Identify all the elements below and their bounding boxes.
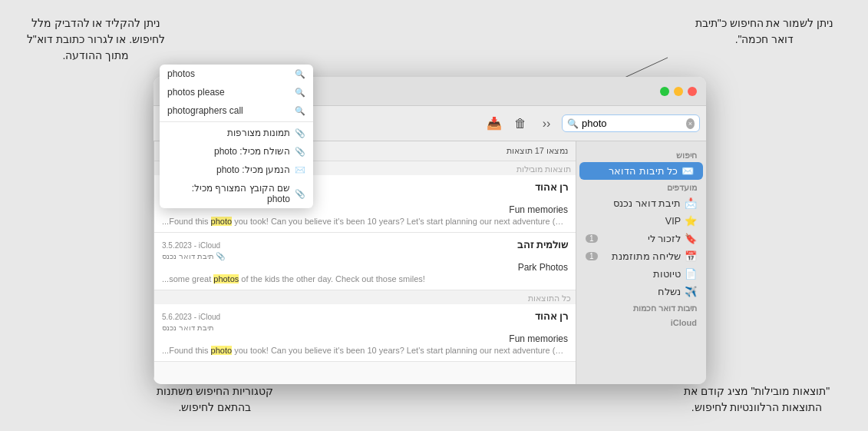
minimize-button[interactable] <box>674 87 683 96</box>
dropdown-item-text: photographers call <box>167 105 290 116</box>
dropdown-item-attachments[interactable]: תמונות מצורפות 📎 <box>160 124 313 142</box>
sidebar-item-to-me[interactable]: 🔖 לזכור לי 1 <box>576 230 706 247</box>
sidebar-item-inbox[interactable]: 📩 תיבת דואר נכנס <box>576 194 706 212</box>
inbox-icon: 📩 <box>685 197 697 209</box>
attachment-icon: 📎 <box>295 128 305 138</box>
message-subject: Park Photos <box>162 262 568 273</box>
sidebar-section-smart: תיבות דואר חכמות <box>576 300 706 315</box>
sidebar-item-label: תיבת דואר נכנס <box>613 197 681 209</box>
message-mailbox: תיבת דואר נכנס <box>162 323 568 332</box>
attachment-icon: 📎 <box>295 147 305 157</box>
annotation-bottom-right-text: "תוצאות מובילות" מציג קודם את התוצאות הר… <box>684 385 830 413</box>
vip-icon: ⭐ <box>685 215 697 227</box>
close-button[interactable] <box>688 87 697 96</box>
message-item[interactable]: רן אהוד 5.6.2023 - iCloud תיבת דואר נכנס… <box>154 304 576 362</box>
message-date-source: 5.6.2023 - iCloud <box>162 313 220 321</box>
sidebar-item-drafts[interactable]: 📄 טיוטות <box>576 265 706 283</box>
message-sender: רן אהוד <box>535 181 568 193</box>
section-all-results: כל התוצאות <box>154 290 576 304</box>
sidebar-item-label: לזכור לי <box>648 233 681 244</box>
sent-icon: ✈️ <box>685 286 697 297</box>
sidebar-item-all-mailboxes[interactable]: ✉️ כל תיבות הדואר <box>579 162 703 180</box>
search-dropdown[interactable]: photos 🔍 photos please 🔍 photographers c… <box>160 65 313 208</box>
search-icon: 🔍 <box>567 118 579 129</box>
dropdown-item-photos[interactable]: photos 🔍 <box>160 65 313 83</box>
dropdown-item-text: הנמען מכיל: photo <box>167 164 290 175</box>
dropdown-divider <box>160 121 313 122</box>
search-result-icon: 🔍 <box>295 106 305 116</box>
sidebar-item-label: VIP <box>665 216 681 227</box>
search-box[interactable]: × 🔍 <box>562 114 700 132</box>
envelope-icon: ✉️ <box>295 165 305 175</box>
sidebar-item-label: נשלח <box>658 286 681 297</box>
message-preview: ...Found this photo you took! Can you be… <box>162 217 568 226</box>
search-result-icon: 🔍 <box>295 88 305 98</box>
message-item-header: רן אהוד 5.6.2023 - iCloud <box>162 310 568 322</box>
annotation-top-left: ניתן להקליד או להדביק מלל לחיפוש. או לגר… <box>15 15 177 64</box>
message-item-header: שולמית זהב 3.5.2023 - iCloud <box>162 239 568 250</box>
sidebar-item-label: שליחה מתוזמנת <box>612 250 681 262</box>
dropdown-item-photographers-call[interactable]: photographers call 🔍 <box>160 101 313 120</box>
bookmark-icon: 🔖 <box>685 233 697 244</box>
dropdown-item-text: שם הקובץ המצורף מכיל: photo <box>167 183 290 204</box>
archive-button[interactable]: 📥 <box>484 113 505 134</box>
sidebar-item-sent[interactable]: ✈️ נשלח <box>576 283 706 300</box>
clear-search-button[interactable]: × <box>686 118 695 129</box>
scheduled-icon: 📅 <box>685 250 697 262</box>
sidebar-section-favorites: מועדפים <box>576 180 706 194</box>
message-item[interactable]: שולמית זהב 3.5.2023 - iCloud 📎 תיבת דואר… <box>154 233 576 290</box>
dropdown-item-sender[interactable]: השולח מכיל: photo 📎 <box>160 142 313 161</box>
annotation-top-right-text: ניתן לשמור את החיפוש כ"תיבת דואר חכמה". <box>695 17 834 45</box>
message-preview: ...Found this photo you took! Can you be… <box>162 346 568 355</box>
message-date-source: 3.5.2023 - iCloud <box>162 241 220 250</box>
sidebar: חיפוש ✉️ כל תיבות הדואר מועדפים 📩 תיבת ד… <box>576 141 706 384</box>
dropdown-item-text: השולח מכיל: photo <box>167 146 290 157</box>
dropdown-item-text: photos please <box>167 87 290 98</box>
annotation-top-left-text: ניתן להקליד או להדביק מלל לחיפוש. או לגר… <box>27 17 165 61</box>
sidebar-section-search: חיפוש <box>576 148 706 162</box>
sidebar-item-vip[interactable]: ⭐ VIP <box>576 212 706 230</box>
sidebar-item-invited[interactable]: 📅 שליחה מתוזמנת 1 <box>576 247 706 265</box>
outer-container: ניתן לשמור את החיפוש כ"תיבת דואר חכמה". … <box>0 0 868 431</box>
trash-button[interactable]: 🗑 <box>510 113 531 134</box>
sidebar-section-icloud: iCloud <box>576 315 706 329</box>
maximize-button[interactable] <box>660 87 669 96</box>
traffic-lights <box>660 87 697 96</box>
dropdown-item-filename[interactable]: שם הקובץ המצורף מכיל: photo 📎 <box>160 179 313 208</box>
dropdown-item-photos-please[interactable]: photos please 🔍 <box>160 83 313 101</box>
attachment-icon: 📎 <box>295 189 305 199</box>
mailbox-icon: ✉️ <box>682 165 694 177</box>
message-sender: שולמית זהב <box>517 239 568 250</box>
message-subject: Fun memories <box>162 333 568 344</box>
dropdown-item-text: תמונות מצורפות <box>167 128 290 138</box>
annotation-bottom-left-text: קטגוריות החיפוש משתנות בהתאם לחיפוש. <box>157 385 274 413</box>
search-result-icon: 🔍 <box>295 69 305 79</box>
dropdown-item-recipient[interactable]: הנמען מכיל: photo ✉️ <box>160 161 313 179</box>
drafts-icon: 📄 <box>685 268 697 280</box>
invited-badge: 1 <box>586 252 598 260</box>
list-header-count: נמצאו 17 תוצאות <box>507 146 568 156</box>
search-input[interactable] <box>582 118 683 129</box>
message-preview: ...some great photos of the kids the oth… <box>162 274 568 283</box>
message-sender: רן אהוד <box>535 310 568 322</box>
annotation-top-right: ניתן לשמור את החיפוש כ"תיבת דואר חכמה". <box>684 15 845 48</box>
sidebar-item-label: טיוטות <box>653 268 681 280</box>
annotation-bottom-left: קטגוריות החיפוש משתנות בהתאם לחיפוש. <box>146 383 284 416</box>
message-mailbox: 📎 תיבת דואר נכנס <box>162 252 568 260</box>
sidebar-item-label: כל תיבות הדואר <box>609 165 678 177</box>
to-me-badge: 1 <box>586 234 598 243</box>
annotation-bottom-right: "תוצאות מובילות" מציג קודם את התוצאות הר… <box>668 383 845 416</box>
back-button[interactable]: ‹‹ <box>536 113 557 134</box>
dropdown-item-text: photos <box>167 68 290 79</box>
